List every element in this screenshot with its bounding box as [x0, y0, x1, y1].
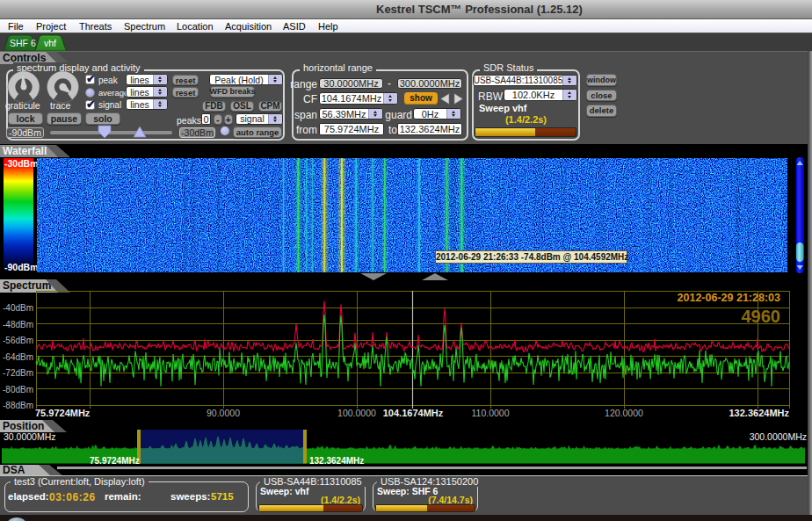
svg-text:vhf: vhf [44, 38, 56, 48]
svg-text:SHF 6: SHF 6 [10, 38, 36, 48]
